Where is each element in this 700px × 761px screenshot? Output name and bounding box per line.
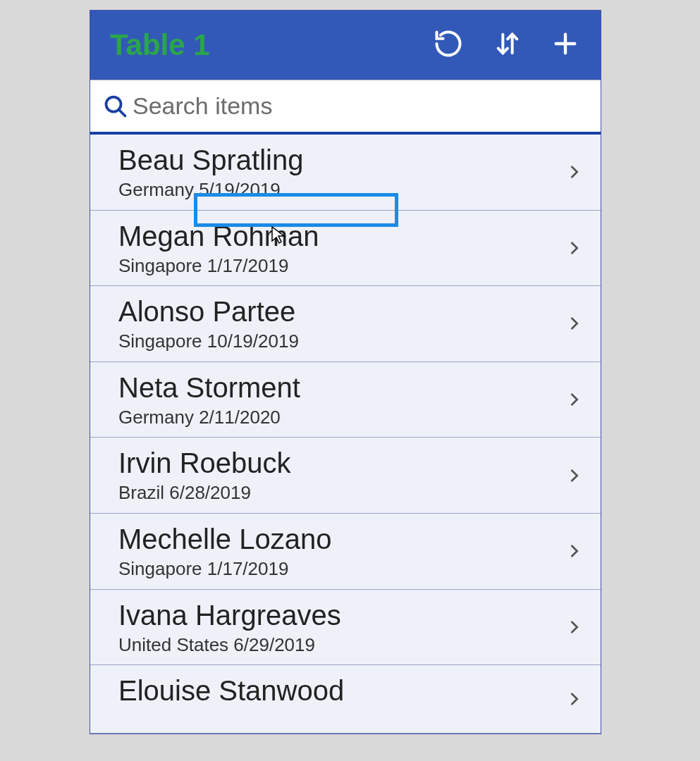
- chevron-right-icon: [564, 464, 585, 488]
- list-item[interactable]: Elouise Stanwood: [90, 665, 601, 734]
- refresh-icon: [433, 28, 464, 62]
- list-item-name: Megan Rohman: [118, 221, 564, 252]
- chevron-right-icon: [564, 615, 585, 639]
- chevron-right-icon: [564, 160, 585, 184]
- list-item-name: Mechelle Lozano: [118, 524, 564, 555]
- app-frame: Table 1: [90, 10, 601, 734]
- sort-button[interactable]: [493, 28, 522, 62]
- list-item-text: Mechelle LozanoSingapore 1/17/2019: [118, 524, 564, 579]
- list-item-sub: Brazil 6/28/2019: [118, 483, 251, 503]
- list-item-text: Ivana HargreavesUnited States 6/29/2019: [118, 600, 564, 655]
- list-item-text: Megan RohmanSingapore 1/17/2019: [118, 221, 564, 276]
- list-item-name: Ivana Hargreaves: [118, 600, 564, 631]
- chevron-right-icon: [564, 539, 585, 563]
- chevron-right-icon: [564, 687, 585, 711]
- list-item-text: Irvin RoebuckBrazil 6/28/2019: [118, 447, 564, 503]
- search-input[interactable]: [133, 92, 592, 120]
- page-title: Table 1: [110, 28, 433, 62]
- list-item-name: Alonso Partee: [118, 296, 564, 327]
- list-item[interactable]: Megan RohmanSingapore 1/17/2019: [90, 211, 601, 287]
- list-item-sub: United States 6/29/2019: [118, 635, 315, 655]
- list-item-sub: Germany 5/19/2019: [118, 180, 281, 200]
- refresh-button[interactable]: [433, 28, 464, 62]
- list-item-text: Neta StormentGermany 2/11/2020: [118, 372, 564, 428]
- list-item-name: Elouise Stanwood: [118, 675, 564, 706]
- list-item-sub: Singapore 1/17/2019: [118, 256, 288, 276]
- list-item-text: Alonso ParteeSingapore 10/19/2019: [118, 296, 564, 352]
- chevron-right-icon: [564, 311, 585, 335]
- header-actions: [433, 28, 587, 62]
- list-item[interactable]: Beau SpratlingGermany 5/19/2019: [90, 135, 601, 211]
- list-item-sub: Singapore 1/17/2019: [118, 559, 288, 579]
- list-item[interactable]: Irvin RoebuckBrazil 6/28/2019: [90, 438, 601, 514]
- list-item[interactable]: Neta StormentGermany 2/11/2020: [90, 362, 601, 438]
- list-item-sub: Germany 2/11/2020: [118, 407, 281, 428]
- list-item-name: Irvin Roebuck: [118, 447, 564, 478]
- list-item[interactable]: Alonso ParteeSingapore 10/19/2019: [90, 286, 601, 362]
- list-item-name: Beau Spratling: [118, 144, 564, 175]
- items-list: Beau SpratlingGermany 5/19/2019Megan Roh…: [90, 135, 601, 734]
- search-bar: [90, 80, 601, 135]
- svg-line-5: [119, 109, 125, 116]
- add-button[interactable]: [551, 30, 579, 61]
- header-bar: Table 1: [90, 11, 601, 80]
- list-item[interactable]: Mechelle LozanoSingapore 1/17/2019: [90, 514, 601, 590]
- list-item-name: Neta Storment: [118, 372, 564, 403]
- list-item[interactable]: Ivana HargreavesUnited States 6/29/2019: [90, 590, 601, 666]
- plus-icon: [551, 30, 579, 61]
- list-item-text: Elouise Stanwood: [118, 675, 564, 723]
- list-item-text: Beau SpratlingGermany 5/19/2019: [118, 144, 564, 200]
- list-item-sub: Singapore 10/19/2019: [118, 331, 299, 352]
- chevron-right-icon: [564, 388, 585, 412]
- chevron-right-icon: [564, 236, 585, 260]
- sort-icon: [493, 28, 522, 62]
- search-icon: [99, 94, 133, 119]
